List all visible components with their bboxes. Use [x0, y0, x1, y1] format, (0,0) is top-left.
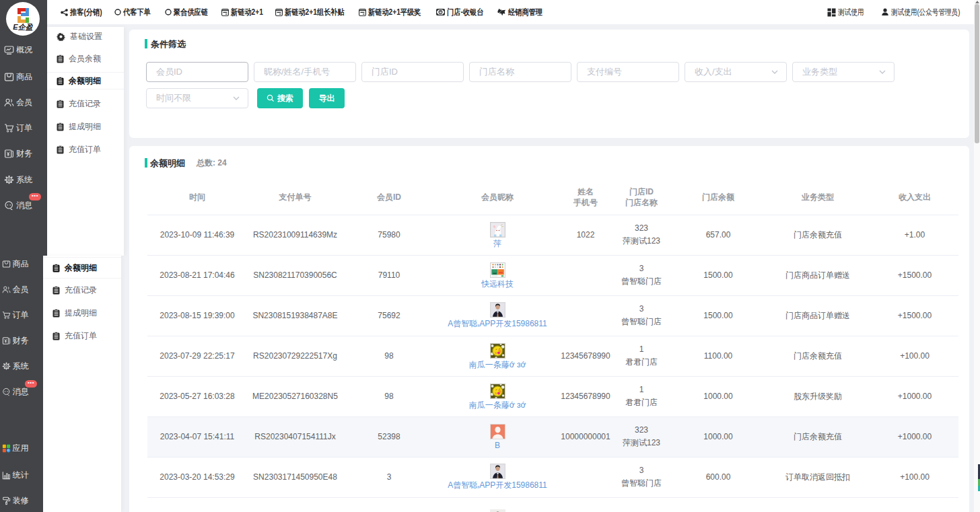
svg-text:E企盈: E企盈: [13, 23, 33, 31]
